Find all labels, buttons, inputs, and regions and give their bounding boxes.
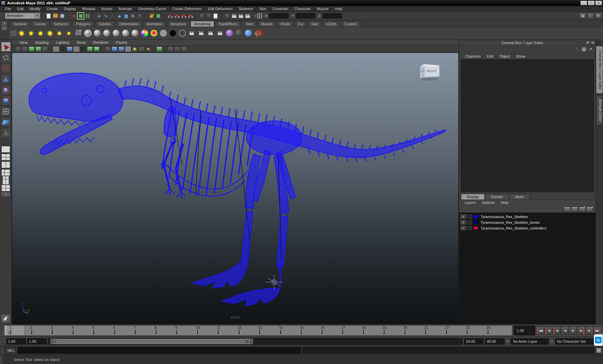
- shelf-tab-subdivs[interactable]: Subdivs: [95, 21, 115, 27]
- scale-tool-button[interactable]: [1, 96, 11, 105]
- camera-name-label[interactable]: persp: [231, 315, 240, 319]
- shelf-tab-hair[interactable]: Hair: [308, 21, 322, 27]
- play-backwards-button[interactable]: ◀: [561, 327, 569, 335]
- tab-channel-box-layer-editor[interactable]: Channel Box / Layer Editor: [596, 46, 603, 94]
- render-current-frame-button[interactable]: [231, 13, 237, 19]
- layer-row[interactable]: V Tyrannosaurus_Rex_Skeleton_bones: [459, 219, 596, 225]
- move-layer-up-icon[interactable]: ↑: [565, 207, 570, 211]
- phong-button[interactable]: [121, 29, 130, 37]
- drag-handle[interactable]: [1, 346, 3, 355]
- play-forwards-button[interactable]: ▶: [569, 327, 577, 335]
- menu-help[interactable]: Help: [332, 7, 345, 11]
- menu-muscle[interactable]: Muscle: [314, 7, 332, 11]
- shelf-tab-fluids[interactable]: Fluids: [277, 21, 294, 27]
- help-button[interactable]: ?: [137, 13, 143, 19]
- menu-geometry-cache[interactable]: Geometry Cache: [135, 7, 169, 11]
- shelf-tab-curves[interactable]: Curves: [31, 21, 49, 27]
- shelf-menu-button[interactable]: ▸: [2, 26, 7, 30]
- spot-light-button[interactable]: [27, 29, 35, 37]
- gate-mask-icon[interactable]: [80, 47, 86, 52]
- snap-point-button[interactable]: ∴: [110, 13, 116, 19]
- show-channel-box-button[interactable]: ▤: [579, 13, 586, 19]
- default-material-icon[interactable]: [105, 47, 111, 52]
- show-menu[interactable]: Show: [513, 54, 528, 58]
- chevron-down-icon[interactable]: ▽: [550, 340, 554, 343]
- panel-menu-view[interactable]: View: [16, 40, 31, 44]
- help-menu[interactable]: Help: [498, 201, 512, 205]
- hypershade-button[interactable]: [244, 29, 252, 37]
- snap-viewplane-button[interactable]: ▦: [123, 13, 129, 19]
- channel-list-area[interactable]: [461, 59, 594, 192]
- no-lights-icon[interactable]: [145, 47, 151, 52]
- flat-lighting-icon[interactable]: [132, 47, 138, 52]
- options-menu[interactable]: Options: [479, 201, 498, 205]
- layer-playback-toggle[interactable]: [467, 220, 472, 224]
- anim-layer-field[interactable]: No Anim Layer: [511, 338, 549, 344]
- layer-playback-toggle[interactable]: [467, 214, 472, 219]
- animation-end-field[interactable]: 48.00: [485, 338, 505, 344]
- lasso-select-tool-button[interactable]: [1, 53, 11, 62]
- layer-visibility-toggle[interactable]: V: [460, 226, 466, 230]
- menu-character[interactable]: Character: [291, 7, 314, 11]
- shelf-tab-animation[interactable]: Animation: [143, 21, 166, 27]
- script-editor-button[interactable]: [596, 347, 602, 354]
- move-tool-button[interactable]: [1, 74, 11, 84]
- default-lighting-icon[interactable]: [139, 47, 144, 52]
- drag-handle[interactable]: [0, 325, 2, 336]
- shelf-tab-toon[interactable]: Toon: [242, 21, 257, 27]
- layer-name[interactable]: Tyrannosaurus_Rex_Skeleton_controllers: [479, 226, 546, 230]
- layer-row[interactable]: V Tyrannosaurus_Rex_Skeleton_controllers: [459, 225, 596, 231]
- input-connections-button[interactable]: [199, 13, 205, 19]
- show-attribute-editor-button[interactable]: ≋: [595, 13, 602, 19]
- layout-persp-graph-button[interactable]: [2, 176, 9, 185]
- menu-assets[interactable]: Assets: [98, 7, 115, 11]
- close-button[interactable]: ×: [595, 1, 602, 5]
- bookmark-icon[interactable]: [29, 47, 34, 52]
- construction-history-button[interactable]: [212, 13, 219, 19]
- layout-outliner-persp-button[interactable]: [1, 169, 10, 176]
- tab-render[interactable]: Render: [485, 194, 509, 200]
- maximize-button[interactable]: □: [588, 1, 595, 5]
- panel-menu-renderer[interactable]: Renderer: [89, 40, 112, 44]
- move-layer-down-icon[interactable]: ↓: [572, 207, 577, 211]
- command-line-input[interactable]: [18, 347, 301, 354]
- animation-start-field[interactable]: 1.00: [27, 338, 47, 344]
- current-frame-marker[interactable]: 1: [5, 326, 25, 335]
- snap-grid-button[interactable]: +: [96, 13, 102, 19]
- isolate-select-icon[interactable]: [181, 47, 187, 52]
- shelf-tab-surfaces[interactable]: Surfaces: [50, 21, 71, 27]
- highlight-selection-button[interactable]: [155, 13, 161, 19]
- render-frame-button[interactable]: [188, 29, 196, 37]
- group-separator[interactable]: [67, 12, 69, 19]
- step-forward-key-button[interactable]: ▶: [577, 327, 585, 335]
- rotate-tool-button[interactable]: [1, 85, 11, 95]
- shelf-tab-dynamics[interactable]: Dynamics: [167, 21, 190, 27]
- shelf-tab-rendering[interactable]: Rendering: [191, 21, 214, 27]
- shelf-tab-painteffects[interactable]: PaintEffects: [215, 21, 241, 27]
- menu-animate[interactable]: Animate: [115, 7, 135, 11]
- menu-edit-deformers[interactable]: Edit Deformers: [205, 7, 235, 11]
- tab-attribute-editor[interactable]: Attribute Editor: [596, 95, 603, 125]
- go-to-end-button[interactable]: ▶▶: [593, 327, 601, 335]
- shelf-tab-menu-button[interactable]: ▾: [2, 22, 7, 25]
- volume-light-button[interactable]: [55, 29, 63, 37]
- shaded-mode-icon[interactable]: [112, 47, 117, 52]
- layer-row[interactable]: V Tyrannosaurus_Rex_Skeleton: [459, 214, 596, 219]
- group-separator[interactable]: [195, 12, 197, 19]
- lambert-button[interactable]: [112, 29, 120, 37]
- select-hierarchy-button[interactable]: [71, 13, 77, 19]
- ramp-shader-button[interactable]: [150, 29, 158, 37]
- blinn-button[interactable]: [103, 29, 111, 37]
- paint-select-tool-button[interactable]: [1, 63, 11, 73]
- menu-skeleton[interactable]: Skeleton: [236, 7, 256, 11]
- menu-display[interactable]: Display: [61, 7, 79, 11]
- playback-start-field[interactable]: 1.00: [6, 338, 26, 344]
- layer-visibility-toggle[interactable]: V: [460, 214, 466, 219]
- manip-dial-icon[interactable]: [582, 47, 586, 52]
- teamviewer-overlay[interactable]: ⇆: [594, 334, 603, 346]
- soft-modification-button[interactable]: [1, 117, 11, 127]
- select-component-button[interactable]: [84, 13, 90, 19]
- step-back-frame-button[interactable]: ◀: [545, 327, 552, 335]
- step-forward-frame-button[interactable]: ▶: [585, 327, 593, 335]
- float-panel-button[interactable]: ❐: [585, 41, 590, 44]
